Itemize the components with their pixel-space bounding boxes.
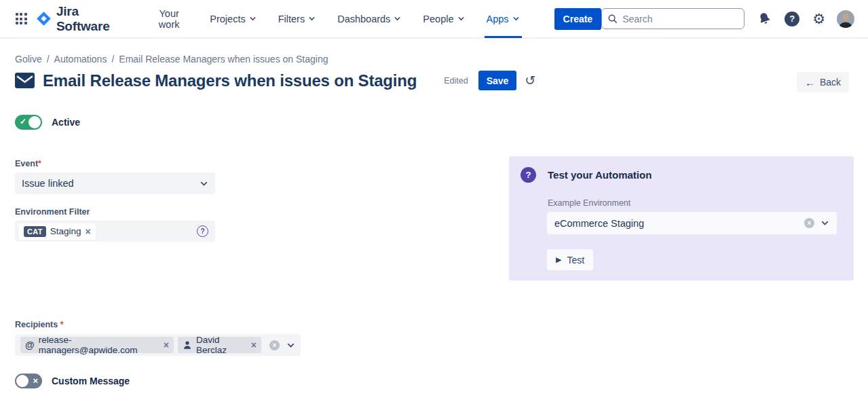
user-avatar [837,10,854,28]
required-asterisk: * [38,159,41,168]
chevron-down-icon [394,15,401,22]
global-search[interactable] [601,8,744,29]
gear-icon: ⚙ [812,12,825,26]
chevron-down-icon [308,15,316,22]
chevron-down-icon [249,15,257,22]
chevron-down-icon [286,341,295,350]
custom-message-toggle-row: × Custom Message [15,374,130,388]
environment-tag: CAT Staging × [19,223,96,240]
help-icon: ? [785,12,799,26]
page-title: Email Release Managers when issues on St… [43,71,417,90]
toggle-knob [16,375,29,387]
breadcrumb-golive[interactable]: Golive [15,54,42,65]
breadcrumb-separator: / [47,54,50,65]
remove-tag-icon[interactable]: × [251,340,257,350]
example-environment-label: Example Environment [548,198,630,208]
breadcrumb: Golive / Automations / Email Release Man… [15,54,328,65]
clear-all-icon[interactable]: × [269,340,280,350]
undo-icon: ↺ [525,73,535,88]
brand-name: Jira Software [56,4,124,34]
environment-filter-label: Environment Filter [15,207,90,217]
recipients-field[interactable]: @ release-managers@apwide.com × David Be… [15,334,301,356]
recipients-label: Recipients * [15,320,64,329]
breadcrumb-current[interactable]: Email Release Managers when issues on St… [119,54,328,65]
breadcrumb-separator: / [111,54,114,65]
event-select[interactable]: Issue linked [15,172,215,194]
top-navigation: Jira Software Your work Projects Filters… [0,0,868,39]
back-arrow-icon: ← [805,77,815,88]
recipient-user-tag: David Berclaz × [178,337,261,353]
settings-button[interactable]: ⚙ [812,12,825,26]
event-value: Issue linked [22,178,200,189]
custom-message-label: Custom Message [52,376,130,386]
active-toggle-label: Active [52,117,80,128]
app-switcher-grid-icon [16,13,27,24]
jira-brand[interactable]: Jira Software [36,4,124,34]
save-button[interactable]: Save [478,71,517,90]
person-icon [183,340,192,350]
back-button[interactable]: ← Back [797,72,849,92]
recipient-email-tag: @ release-managers@apwide.com × [20,337,174,353]
clear-selection-icon[interactable]: × [804,218,814,228]
profile-button[interactable] [837,10,854,28]
chevron-down-icon [200,179,208,188]
event-label: Event* [15,159,41,168]
app-switcher-button[interactable] [14,10,29,28]
field-help-icon[interactable]: ? [197,225,208,237]
chevron-down-icon [820,219,829,228]
cross-icon: × [33,376,38,386]
notifications-button[interactable] [757,12,772,26]
nav-your-work[interactable]: Your work [147,0,191,38]
breadcrumb-automations[interactable]: Automations [54,54,107,65]
environment-filter-field[interactable]: CAT Staging × ? [15,221,215,242]
active-toggle-row: ✓ Active [15,115,80,130]
test-panel-title: Test your Automation [548,169,652,181]
chevron-down-icon [457,15,465,22]
chevron-down-icon [512,15,520,22]
page-header: Email Release Managers when issues on St… [15,71,535,90]
test-button[interactable]: ▶ Test [547,249,593,270]
toggle-knob [29,116,41,128]
create-button[interactable]: Create [554,8,602,30]
required-asterisk: * [60,320,64,329]
bell-icon [755,10,773,27]
example-environment-select[interactable]: eCommerce Staging × [547,212,837,234]
play-icon: ▶ [556,255,561,264]
active-toggle[interactable]: ✓ [15,115,42,130]
question-icon: ? [521,167,536,183]
search-icon [607,14,618,24]
category-badge: CAT [24,226,46,237]
custom-message-toggle[interactable]: × [15,374,42,388]
test-automation-panel: ? Test your Automation Example Environme… [509,156,854,280]
automation-detail-page: Golive / Automations / Email Release Man… [0,39,868,400]
at-icon: @ [25,340,35,350]
edited-status: Edited [444,76,468,86]
search-input[interactable] [622,14,745,24]
nav-filters[interactable]: Filters [275,0,319,38]
email-envelope-icon [15,73,35,88]
check-icon: ✓ [20,117,26,126]
remove-tag-icon[interactable]: × [86,227,91,236]
help-button[interactable]: ? [785,12,799,26]
example-environment-value: eCommerce Staging [554,218,804,229]
nav-dashboards[interactable]: Dashboards [334,0,404,38]
nav-projects[interactable]: Projects [206,0,259,38]
jira-logo-icon [36,11,52,26]
nav-apps[interactable]: Apps [483,0,523,38]
nav-people[interactable]: People [419,0,468,38]
remove-tag-icon[interactable]: × [164,340,169,350]
undo-button[interactable]: ↺ [525,74,535,87]
